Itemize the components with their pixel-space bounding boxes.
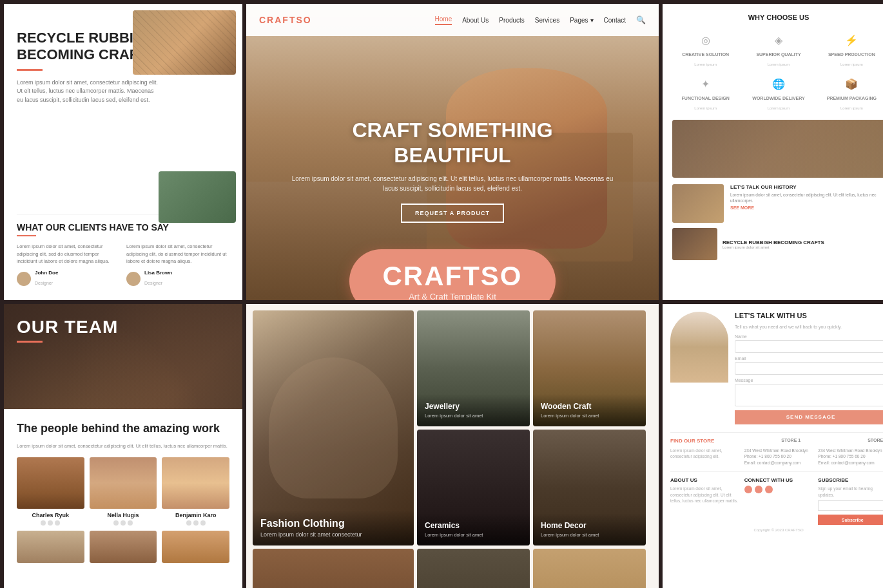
member-1-social-3[interactable] — [55, 520, 60, 526]
instagram-icon[interactable] — [765, 486, 773, 493]
product-wooden[interactable]: Wooden Craft Lorem ipsum dolor sit amet — [533, 310, 646, 426]
member-2-social — [90, 520, 157, 526]
feature-delivery-desc: Lorem ipsum — [768, 106, 790, 110]
history-link[interactable]: SEE MORE — [730, 205, 883, 210]
brand-name: CRAFTSO — [382, 261, 523, 292]
cell-top-left: RECYCLE RUBBISH BECOMING CRAFTS Lorem ip… — [4, 4, 242, 300]
nav-about[interactable]: About Us — [462, 17, 489, 24]
recycle-image — [672, 228, 717, 260]
nav-services[interactable]: Services — [535, 17, 559, 24]
store-1-phone: Phone: +1 800 755 60 20 — [744, 453, 813, 460]
store-info: Lorem ipsum dolor sit amet, consectetur … — [670, 448, 883, 466]
weaving-bg — [533, 549, 646, 588]
history-section: LET'S TALK OUR HISTORY Lorem ipsum dolor… — [672, 184, 883, 223]
product-jewellery[interactable]: Jewellery Lorem ipsum dolor sit amet — [417, 310, 530, 426]
red-divider — [17, 69, 43, 71]
product-leather[interactable]: Leather Craft Lorem ipsum dolor sit amet… — [253, 549, 414, 588]
recycle-section: RECYCLE RUBBISH BECOMING CRAFTS Lorem ip… — [672, 228, 883, 260]
member-3-social-1[interactable] — [186, 520, 191, 526]
hero-subtitle: Lorem ipsum dolor sit amet, consectetur … — [291, 174, 614, 193]
member-3-social-3[interactable] — [200, 520, 206, 526]
testimonial-2-text: Lorem ipsum dolor sit amet, consectetur … — [126, 243, 229, 265]
facebook-icon[interactable] — [744, 486, 752, 493]
history-text: LET'S TALK OUR HISTORY Lorem ipsum dolor… — [730, 184, 883, 223]
homedecor-title: Home Decor — [541, 521, 638, 530]
avatar-2 — [126, 272, 141, 286]
main-grid: RECYCLE RUBBISH BECOMING CRAFTS Lorem ip… — [0, 0, 883, 588]
store-1-email: Email: contact@company.com — [744, 460, 813, 466]
store-section: FIND OUR STORE STORE 1 STORE 2 Lorem ips… — [670, 432, 883, 466]
team-desc: Lorem ipsum dolor sit amet, consectetur … — [17, 442, 229, 450]
footer-about-text: Lorem ipsum dolor sit amet, consectetur … — [670, 486, 739, 504]
store-title: FIND OUR STORE — [670, 438, 714, 444]
navbar: CRAFTSO Home About Us Products Services … — [246, 4, 659, 36]
nav-home[interactable]: Home — [435, 15, 452, 25]
team-subtitle: The people behind the amazing work — [17, 422, 229, 436]
member-3-name: Benjamin Karo — [162, 512, 229, 518]
cell-contact: LET'S TALK WITH US Tell us what you need… — [663, 304, 883, 588]
feature-quality-desc: Lorem ipsum — [768, 62, 790, 66]
member-3-photo — [162, 457, 229, 509]
member-1-social — [17, 520, 84, 526]
member-2-social-1[interactable] — [113, 520, 119, 526]
message-label: Message — [735, 378, 883, 383]
wooden-overlay: Wooden Craft Lorem ipsum dolor sit amet — [533, 394, 646, 426]
name-input[interactable] — [735, 340, 883, 353]
product-sculpting[interactable]: Sculpturing Lorem ipsum dolor sit amet c… — [417, 549, 530, 588]
cell-hero: CRAFTSO Home About Us Products Services … — [246, 4, 659, 300]
craft-image-top — [133, 10, 236, 75]
feature-packaging-label: PREMIUM PACKAGING — [819, 96, 883, 100]
testimonials-section: WHAT OUR CLIENTS HAVE TO SAY Lorem ipsum… — [17, 214, 229, 287]
history-image — [672, 184, 724, 223]
delivery-icon: 🌐 — [770, 75, 788, 93]
nav-contact[interactable]: Contact — [604, 17, 626, 24]
email-input[interactable] — [735, 362, 883, 375]
store-1-address: 234 West Whitman Road Brooklyn — [744, 448, 813, 454]
product-ceramics[interactable]: Ceramics Lorem ipsum dolor sit amet — [417, 430, 530, 545]
feature-functional: ✦ FUNCTIONAL DESIGN Lorem ipsum — [672, 75, 739, 112]
product-homedecor[interactable]: Home Decor Lorem ipsum dolor sit amet — [533, 430, 646, 545]
member-2-social-2[interactable] — [121, 520, 126, 526]
footer-section: ABOUT US Lorem ipsum dolor sit amet, con… — [670, 471, 883, 526]
nav-products[interactable]: Products — [499, 17, 524, 24]
member-1-photo — [17, 457, 84, 509]
testimonial-2: Lorem ipsum dolor sit amet, consectetur … — [126, 243, 229, 287]
subscribe-button[interactable]: Subscribe — [818, 515, 883, 525]
reviewer-2-name: Lisa Brown — [144, 270, 172, 276]
reviewer-2-role: Designer — [144, 281, 162, 285]
feature-packaging: 📦 PREMIUM PACKAGING Lorem ipsum — [819, 75, 883, 112]
functional-icon: ✦ — [697, 75, 715, 93]
member-3-social-2[interactable] — [193, 520, 199, 526]
subscribe-input[interactable] — [818, 500, 883, 511]
feature-creative-label: CREATIVE SOLUTION — [672, 52, 739, 57]
fashion-title: Fashion Clothing — [260, 518, 406, 529]
product-fashion[interactable]: Fashion Clothing Lorem ipsum dolor sit a… — [253, 310, 414, 545]
brand-tagline: Art & Craft Template Kit — [382, 292, 523, 300]
contact-image — [670, 312, 728, 383]
footer-about-title: ABOUT US — [670, 477, 739, 483]
member-3-social — [162, 520, 229, 526]
store-1-label: STORE 1 — [781, 438, 801, 444]
contact-form: LET'S TALK WITH US Tell us what you need… — [735, 312, 883, 424]
message-textarea[interactable] — [735, 384, 883, 406]
sculpting-bg — [417, 549, 530, 588]
nav-pages[interactable]: Pages ▾ — [570, 17, 593, 24]
product-weaving[interactable]: Weaving — [533, 549, 646, 588]
feature-speed: ⚡ SPEED PRODUCTION Lorem ipsum — [819, 31, 883, 68]
reviewer-1-role: Designer — [35, 281, 53, 285]
footer-connect: CONNECT WITH US — [744, 477, 813, 526]
nav-links: Home About Us Products Services Pages ▾ … — [435, 15, 646, 25]
member-1-social-1[interactable] — [41, 520, 46, 526]
quality-icon: ◈ — [770, 31, 788, 49]
member-2-social-3[interactable] — [128, 520, 133, 526]
search-icon[interactable]: 🔍 — [636, 15, 646, 24]
main-body: Lorem ipsum dolor sit amet, consectetur … — [17, 79, 159, 105]
hero-cta-button[interactable]: REQUEST A PRODUCT — [401, 204, 504, 223]
history-title: LET'S TALK OUR HISTORY — [730, 184, 883, 190]
contact-subtitle: Tell us what you need and we will back t… — [735, 325, 883, 329]
send-button[interactable]: SEND MESSAGE — [735, 410, 883, 424]
reviewer-1: John Doe Designer — [17, 270, 120, 287]
email-label: Email — [735, 356, 883, 361]
twitter-icon[interactable] — [755, 486, 762, 493]
member-1-social-2[interactable] — [48, 520, 53, 526]
